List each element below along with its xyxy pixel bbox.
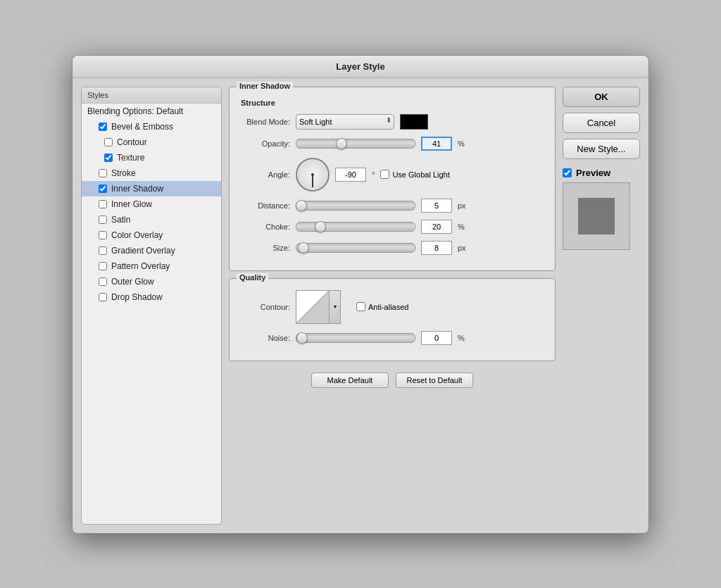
distance-input[interactable] [421,199,452,213]
blend-mode-select-wrapper: Soft Light [296,114,394,130]
reset-to-default-button[interactable]: Reset to Default [396,373,473,388]
checkbox-contour[interactable] [104,138,113,146]
sidebar-item-label-texture: Texture [117,153,144,163]
opacity-slider[interactable] [296,139,415,149]
opacity-thumb[interactable] [336,138,347,149]
structure-subtitle: Structure [241,99,544,107]
preview-canvas [563,182,630,250]
contour-preview[interactable] [296,290,330,324]
sidebar-item-label-bevel-emboss: Bevel & Emboss [111,122,173,132]
noise-thumb[interactable] [296,332,308,344]
checkbox-gradient-overlay[interactable] [99,246,107,255]
choke-row: Choke: % [241,220,544,234]
contour-control: ▾ [296,290,341,324]
distance-unit: px [458,201,466,210]
choke-input[interactable] [421,220,452,234]
make-default-button[interactable]: Make Default [311,373,389,388]
global-light-label[interactable]: Use Global Light [380,170,449,179]
angle-input[interactable] [335,168,366,182]
section-title: Inner Shadow [237,82,293,90]
left-panel: Styles Blending Options: Default Bevel &… [81,87,222,525]
contour-label: Contour: [241,303,290,311]
noise-label: Noise: [241,334,290,342]
blend-mode-row: Blend Mode: Soft Light [241,114,544,130]
noise-input[interactable] [421,331,452,345]
opacity-input[interactable] [421,137,452,151]
sidebar-item-label-color-overlay: Color Overlay [111,230,163,240]
opacity-unit: % [458,139,465,148]
distance-slider[interactable] [296,201,415,211]
noise-slider[interactable] [296,333,415,343]
size-unit: px [458,244,466,252]
checkbox-bevel-emboss[interactable] [99,123,107,131]
sidebar-item-pattern-overlay[interactable]: Pattern Overlay [82,258,221,274]
preview-label-row: Preview [563,168,640,178]
color-swatch[interactable] [400,114,428,130]
sidebar-item-drop-shadow[interactable]: Drop Shadow [82,289,221,305]
anti-aliased-text: Anti-aliased [368,303,408,311]
checkbox-color-overlay[interactable] [99,231,107,239]
global-light-text: Use Global Light [392,170,449,179]
angle-unit: ° [372,170,375,179]
size-input[interactable] [421,241,452,255]
contour-dropdown-btn[interactable]: ▾ [330,290,341,324]
sidebar-item-label-drop-shadow: Drop Shadow [111,292,163,302]
preview-text: Preview [576,168,610,178]
checkbox-texture[interactable] [104,154,113,162]
sidebar-item-stroke[interactable]: Stroke [82,165,221,181]
ok-button[interactable]: OK [563,87,640,107]
sidebar-item-bevel-emboss[interactable]: Bevel & Emboss [82,119,221,135]
new-style-button[interactable]: New Style... [563,139,640,159]
size-row: Size: px [241,241,544,255]
contour-svg [296,291,329,323]
checkbox-drop-shadow[interactable] [99,293,107,301]
checkbox-pattern-overlay[interactable] [99,262,107,270]
sidebar-item-label-contour: Contour [117,137,147,147]
checkbox-inner-shadow[interactable] [99,184,107,193]
checkbox-outer-glow[interactable] [99,277,107,286]
blend-mode-label: Blend Mode: [241,118,290,126]
sidebar-item-color-overlay[interactable]: Color Overlay [82,227,221,243]
preview-checkbox[interactable] [563,168,572,177]
size-thumb[interactable] [298,242,309,254]
sidebar-item-inner-glow[interactable]: Inner Glow [82,196,221,212]
anti-aliased-checkbox[interactable] [356,302,365,311]
layer-style-dialog: Layer Style Styles Blending Options: Def… [72,55,649,534]
angle-label: Angle: [241,170,290,179]
checkbox-inner-glow[interactable] [99,200,107,208]
opacity-row: Opacity: % [241,137,544,151]
sidebar-item-gradient-overlay[interactable]: Gradient Overlay [82,243,221,258]
bottom-buttons: Make Default Reset to Default [229,373,556,388]
dial-indicator [312,175,313,187]
sidebar-item-satin[interactable]: Satin [82,212,221,227]
sidebar-item-outer-glow[interactable]: Outer Glow [82,274,221,289]
preview-square [578,198,615,234]
choke-thumb[interactable] [315,221,326,232]
size-slider[interactable] [296,243,415,253]
global-light-checkbox[interactable] [380,170,389,179]
sidebar-item-inner-shadow[interactable]: Inner Shadow [82,181,221,196]
right-panel: OK Cancel New Style... Preview [563,87,640,525]
distance-thumb[interactable] [296,200,307,211]
sidebar-item-label-gradient-overlay: Gradient Overlay [111,246,175,256]
anti-aliased-label[interactable]: Anti-aliased [356,302,408,311]
checkbox-stroke[interactable] [99,169,107,177]
checkbox-satin[interactable] [99,215,107,224]
dialog-title: Layer Style [73,56,648,78]
sidebar-item-label-stroke: Stroke [111,168,136,178]
contour-row: Contour: ▾ Anti-aliased [241,290,544,324]
sidebar-item-texture[interactable]: Texture [82,150,221,165]
noise-row: Noise: % [241,331,544,345]
choke-slider[interactable] [296,222,415,232]
cancel-button[interactable]: Cancel [563,113,640,133]
center-panel: Inner Shadow Structure Blend Mode: Soft … [229,87,556,525]
sidebar-item-contour[interactable]: Contour [82,135,221,150]
distance-label: Distance: [241,201,290,210]
quality-section: Quality Contour: ▾ [229,278,556,361]
angle-row: Angle: ° Use Global Light [241,158,544,192]
styles-header: Styles [82,87,221,104]
angle-dial[interactable] [296,158,330,192]
blending-options-item[interactable]: Blending Options: Default [82,104,221,119]
sidebar-item-label-outer-glow: Outer Glow [111,277,154,287]
blend-mode-select[interactable]: Soft Light [296,114,394,130]
